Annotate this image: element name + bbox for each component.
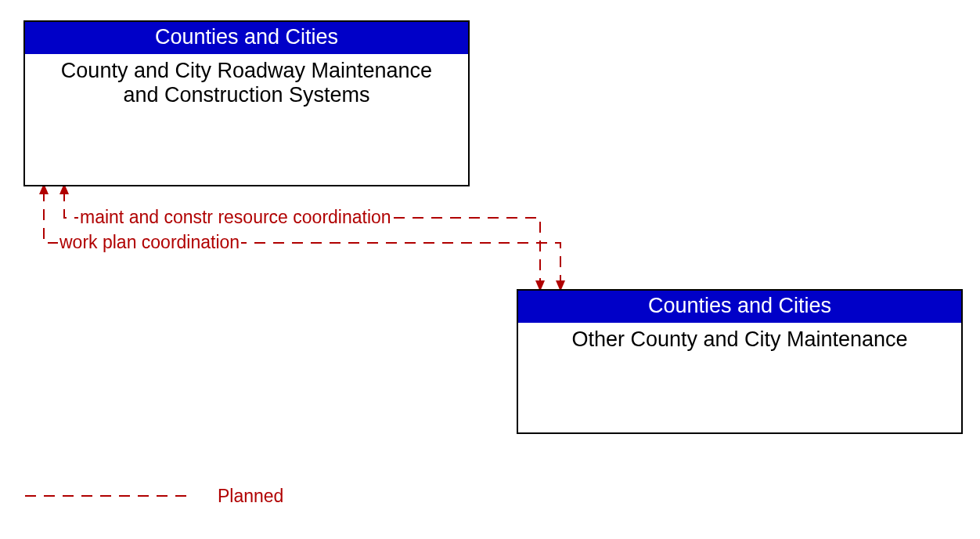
entity-bottom: Counties and Cities Other County and Cit… — [517, 289, 963, 434]
flow-label-1: maint and constr resource coordination — [78, 207, 393, 228]
flow-label-2: work plan coordination — [58, 232, 241, 253]
entity-top: Counties and Cities County and City Road… — [23, 20, 470, 186]
entity-top-body: County and City Roadway Maintenance and … — [25, 54, 468, 107]
entity-top-header: Counties and Cities — [25, 22, 468, 54]
entity-bottom-body: Other County and City Maintenance — [518, 323, 961, 352]
legend-planned-label: Planned — [218, 486, 283, 507]
entity-bottom-header: Counties and Cities — [518, 291, 961, 323]
